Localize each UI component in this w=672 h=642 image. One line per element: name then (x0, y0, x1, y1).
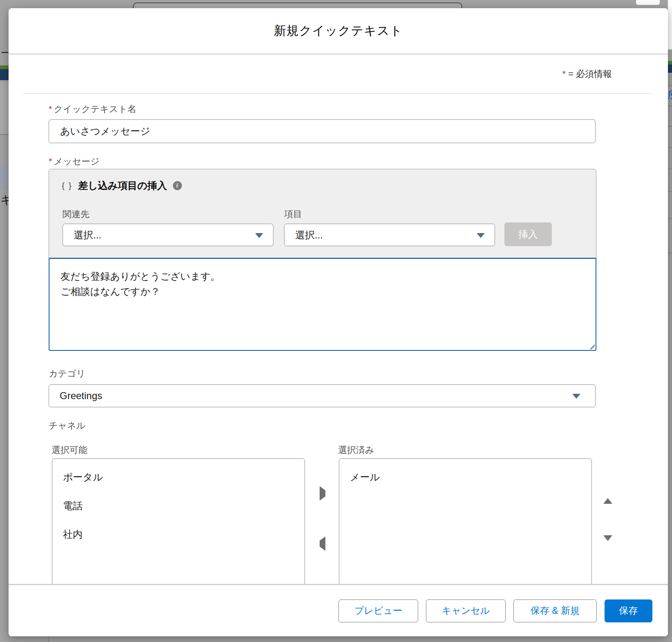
chevron-down-icon (572, 394, 580, 399)
new-quick-text-modal: 新規クイックテキスト *= 必須情報 *クイックテキスト名 *メッセージ { }… (9, 8, 668, 636)
arrow-right-icon (320, 486, 325, 501)
list-item[interactable]: 電話 (52, 492, 305, 520)
required-asterisk-icon: * (562, 69, 566, 79)
save-button[interactable]: 保存 (605, 599, 652, 622)
move-to-chosen-button[interactable] (317, 488, 328, 498)
related-to-select[interactable]: 選択... (63, 224, 273, 246)
background-green-bar (668, 61, 672, 65)
name-label: *クイックテキスト名 (49, 103, 137, 115)
merge-panel-header: { } 差し込み項目の挿入 i (62, 179, 182, 192)
required-legend-text: = 必須情報 (568, 69, 612, 79)
list-item[interactable]: 社内 (52, 520, 305, 549)
background-divider (668, 191, 672, 192)
category-select[interactable]: Greetings (49, 384, 596, 407)
field-select[interactable]: 選択... (284, 224, 495, 246)
background-divider (48, 636, 49, 642)
background-text-fragment: キ (0, 192, 9, 207)
background-panel-edge (668, 0, 672, 50)
category-label: カテゴリ (49, 368, 85, 380)
preview-button[interactable]: プレビュー (338, 599, 418, 622)
category-value: Greetings (60, 390, 102, 402)
background-divider (668, 85, 672, 86)
message-textarea[interactable]: 友だち登録ありがとうございます。 ご相談はなんですか？ (49, 259, 596, 350)
insert-button[interactable]: 挿入 (504, 222, 552, 246)
modal-title: 新規クイックテキスト (274, 22, 403, 39)
field-value: 選択... (295, 229, 323, 242)
arrow-up-icon (603, 492, 612, 504)
available-listbox: ポータル 電話 社内 (52, 458, 305, 584)
section-divider (22, 93, 653, 94)
background-banner (668, 65, 672, 73)
move-up-button[interactable] (603, 489, 613, 500)
merge-panel-title: 差し込み項目の挿入 (78, 179, 167, 192)
field-label: 項目 (284, 208, 302, 220)
braces-icon: { } (62, 181, 72, 191)
resize-handle-icon[interactable] (588, 343, 595, 349)
background-text-fragment: 所 (668, 88, 672, 100)
background-divider (0, 134, 9, 135)
message-label-text: メッセージ (54, 156, 100, 166)
background-divider (668, 106, 672, 106)
chosen-label: 選択済み (338, 444, 374, 456)
quick-text-name-input[interactable] (49, 119, 596, 143)
channel-label: チャネル (49, 420, 85, 432)
merge-field-panel: { } 差し込み項目の挿入 i 関連先 選択... 項目 選択... 挿入 (49, 169, 596, 258)
move-down-button[interactable] (603, 539, 613, 549)
required-asterisk-icon: * (49, 156, 52, 166)
chevron-down-icon (255, 233, 263, 238)
message-textarea-wrap: 友だち登録ありがとうございます。 ご相談はなんですか？ (49, 258, 596, 351)
message-label: *メッセージ (49, 155, 100, 168)
background-chip (636, 0, 660, 5)
required-asterisk-icon: * (49, 104, 52, 114)
required-legend: *= 必須情報 (562, 68, 612, 80)
arrow-left-icon (320, 536, 325, 551)
move-to-available-button[interactable] (317, 538, 328, 549)
background-divider (668, 218, 672, 219)
cancel-button[interactable]: キャンセル (426, 599, 506, 622)
background-band (0, 164, 9, 190)
available-label: 選択可能 (52, 444, 87, 456)
related-to-label: 関連先 (63, 208, 90, 220)
modal-header: 新規クイックテキスト (9, 8, 668, 54)
list-item[interactable]: メール (339, 463, 591, 492)
list-item[interactable]: ポータル (52, 463, 305, 492)
info-icon[interactable]: i (173, 181, 182, 190)
save-and-new-button[interactable]: 保存 & 新規 (513, 599, 597, 622)
background-text-fragment: ー (1, 47, 9, 56)
background-divider (668, 253, 672, 254)
background-band (0, 82, 9, 134)
related-to-value: 選択... (74, 229, 101, 242)
modal-footer: プレビュー キャンセル 保存 & 新規 保存 (9, 584, 668, 636)
name-label-text: クイックテキスト名 (54, 104, 137, 114)
modal-body: *= 必須情報 *クイックテキスト名 *メッセージ { } 差し込み項目の挿入 … (9, 55, 668, 584)
chosen-listbox: メール (339, 458, 592, 584)
background-green-bar (0, 65, 9, 69)
background-divider (668, 168, 672, 169)
background-banner (0, 69, 9, 80)
chevron-down-icon (477, 233, 485, 238)
background-divider (668, 126, 672, 127)
screen: ー キ 所 新規クイックテキスト *= 必須情報 *クイックテキスト名 (0, 0, 672, 642)
background-divider (668, 147, 672, 148)
arrow-down-icon (603, 535, 612, 547)
